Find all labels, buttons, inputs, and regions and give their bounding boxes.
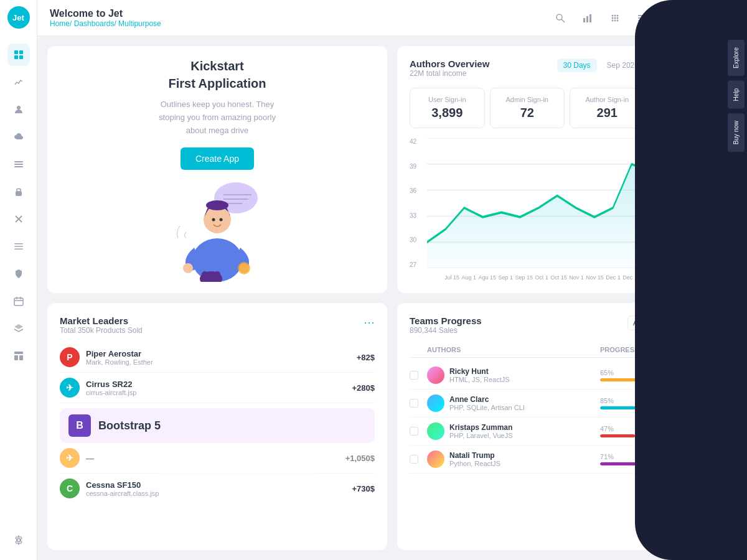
row-checkbox[interactable] [410,427,427,436]
svg-rect-20 [19,355,23,360]
tab-30days[interactable]: 30 Days [557,58,597,72]
svg-point-59 [212,218,215,221]
svg-point-55 [238,262,250,274]
svg-point-29 [617,14,619,16]
stat-admin-signin: Admin Sign-in 72 [490,88,565,128]
breadcrumb-dashboards[interactable]: Dashboards/ [74,19,116,28]
team-avatar [427,450,444,468]
bootstrap-icon: B [68,414,91,437]
svg-point-58 [214,271,220,278]
svg-rect-0 [14,50,18,54]
stat-user-signin: User Sign-in 3,899 [410,88,485,128]
breadcrumb-home[interactable]: Home/ [50,19,72,28]
market-item-cessna: C Cessna SF150 cessna-aircraft.class.jsp… [60,474,375,503]
svg-line-23 [561,19,565,22]
team-name: Natali Trump [449,451,500,460]
svg-point-21 [17,539,20,542]
market-more-icon[interactable]: ⋯ [364,315,375,329]
page-title: Welcome to Jet [50,8,543,19]
sidebar-bottom [7,526,30,554]
stat-admin-signin-value: 72 [498,106,557,120]
market-logo-piper: P [60,347,80,367]
svg-point-28 [614,14,616,16]
authors-card-title: Authors Overview [410,58,489,69]
sidebar-item-user[interactable] [7,98,30,121]
team-avatar [427,366,444,384]
svg-rect-25 [586,16,588,22]
buy-now-label[interactable]: Buy now [728,113,745,152]
sidebar-item-calendar[interactable] [7,290,30,312]
teams-card-subtitle: 890,344 Sales [410,326,482,335]
market-info-cessna: Cessna SF150 cessna-aircraft.class.jsp [86,480,345,497]
sidebar-item-layout[interactable] [7,345,30,367]
team-info: Ricky Hunt HTML, JS, ReactJS [449,367,510,383]
team-name: Kristaps Zumman [449,423,513,432]
market-item-piper: P Piper Aerostar Mark, Rowling, Esther +… [60,342,375,373]
sidebar-item-menu[interactable] [7,235,30,258]
dark-panel: Explore Help Buy now [635,0,747,560]
svg-rect-7 [14,166,23,167]
svg-point-27 [612,14,614,16]
sidebar-logo[interactable]: Jet [7,6,30,29]
svg-point-30 [612,17,614,19]
sidebar-item-layers[interactable] [7,317,30,340]
svg-rect-3 [19,55,23,59]
team-skills: PHP, SQLite, Artisan CLI [449,404,525,411]
grid-switch-icon[interactable] [605,8,625,28]
svg-point-35 [617,19,619,21]
teams-title-area: Teams Progress 890,344 Sales [410,315,482,335]
market-info-cirrus: Cirrus SR22 cirrus-aircraft.jsp [86,380,345,396]
stat-author-signin: Author Sign-in 291 [570,88,645,128]
row-checkbox[interactable] [410,371,427,380]
team-info: Natali Trump Python, ReactJS [449,451,500,467]
sidebar-item-settings[interactable] [7,529,30,551]
svg-point-53 [183,263,193,273]
progress-bar-fill [600,434,635,437]
market-item-cirrus: ✈ Cirrus SR22 cirrus-aircraft.jsp +280$ [60,373,375,403]
team-skills: HTML, JS, ReactJS [449,376,510,383]
sidebar-item-grid[interactable] [7,44,30,66]
team-skills: PHP, Laravel, VueJS [449,432,513,439]
stat-user-signin-label: User Sign-in [418,96,477,103]
team-info: Anne Clarc PHP, SQLite, Artisan CLI [449,395,525,411]
row-checkbox[interactable] [410,399,427,408]
row-checkbox[interactable] [410,455,427,464]
team-name: Ricky Hunt [449,367,510,376]
sidebar-item-lock[interactable] [7,180,30,203]
svg-point-4 [17,106,21,110]
team-info: Kristaps Zumman PHP, Laravel, VueJS [449,423,513,439]
svg-rect-12 [14,246,23,247]
team-skills: Python, ReactJS [449,460,500,467]
svg-rect-13 [14,249,23,250]
sidebar-item-shield[interactable] [7,263,30,285]
sidebar: Jet [0,0,37,560]
help-label[interactable]: Help [728,81,745,109]
sidebar-item-close[interactable] [7,208,30,230]
bootstrap-badge: B Bootstrap 5 [60,408,375,443]
search-icon[interactable] [550,8,570,28]
stat-author-signin-label: Author Sign-in [578,96,637,103]
svg-rect-6 [14,164,23,165]
sidebar-item-cloud[interactable] [7,126,30,148]
market-leaders-card: Market Leaders Total 350k Products Sold … [47,303,387,550]
team-author: Ricky Hunt HTML, JS, ReactJS [427,366,600,384]
svg-point-52 [206,200,228,210]
create-app-button[interactable]: Create App [181,147,254,170]
explore-label[interactable]: Explore [728,40,745,76]
kickstart-heading: Kickstart First Application [168,57,266,92]
market-item-4: ✈ — +1,050$ [60,443,375,474]
authors-title-area: Authors Overview 22M total income [410,58,489,78]
sidebar-item-list[interactable] [7,153,30,175]
chart-y-labels: 42 39 36 33 30 27 [410,138,425,268]
analytics-icon[interactable] [578,8,598,28]
svg-point-33 [612,19,614,21]
market-card-subtitle: Total 350k Products Sold [60,326,143,335]
svg-rect-24 [583,18,585,22]
stat-user-signin-value: 3,899 [418,106,477,120]
market-items-list: P Piper Aerostar Mark, Rowling, Esther +… [60,342,375,538]
breadcrumb: Home/ Dashboards/ Multipurpose [50,19,543,28]
svg-point-57 [202,271,208,278]
stat-author-signin-value: 291 [578,106,637,120]
sidebar-item-chart[interactable] [7,71,30,93]
bootstrap-text: Bootstrap 5 [98,419,161,432]
